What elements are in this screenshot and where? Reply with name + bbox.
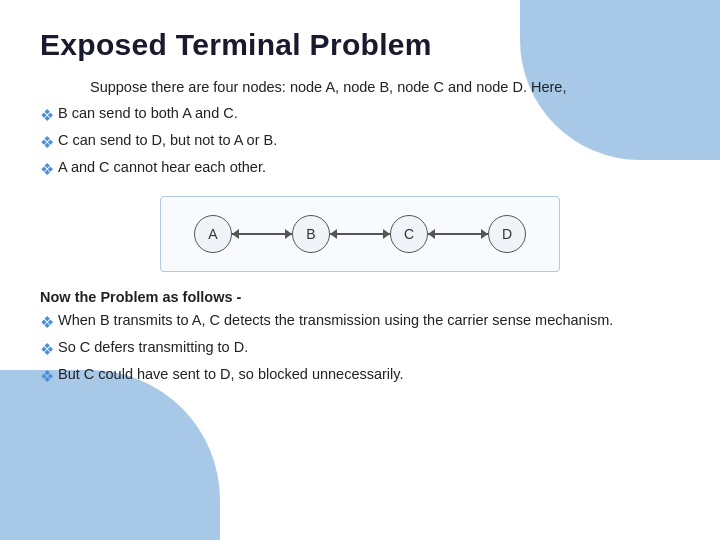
diamond-icon-6: ❖ <box>40 364 54 390</box>
bullet-item-5: ❖ So C defers transmitting to D. <box>40 336 680 363</box>
bullet-text-2: C can send to D, but not to A or B. <box>58 129 277 152</box>
bullet-item-3: ❖ A and C cannot hear each other. <box>40 156 680 183</box>
bullet-text-5: So C defers transmitting to D. <box>58 336 248 359</box>
diamond-icon-4: ❖ <box>40 310 54 336</box>
diamond-icon-3: ❖ <box>40 157 54 183</box>
node-a: A <box>194 215 232 253</box>
arrow-cd <box>428 226 488 242</box>
diamond-icon-2: ❖ <box>40 130 54 156</box>
diamond-icon-5: ❖ <box>40 337 54 363</box>
bullet-item-1: ❖ B can send to both A and C. <box>40 102 680 129</box>
page-title: Exposed Terminal Problem <box>40 28 680 62</box>
bullet-list-top: ❖ B can send to both A and C. ❖ C can se… <box>40 102 680 182</box>
bullet-list-bottom: ❖ When B transmits to A, C detects the t… <box>40 309 680 389</box>
bullet-item-2: ❖ C can send to D, but not to A or B. <box>40 129 680 156</box>
node-c: C <box>390 215 428 253</box>
bullet-text-3: A and C cannot hear each other. <box>58 156 266 179</box>
arrow-bc <box>330 226 390 242</box>
diamond-icon-1: ❖ <box>40 103 54 129</box>
arrow-ab <box>232 226 292 242</box>
bullet-text-1: B can send to both A and C. <box>58 102 238 125</box>
now-heading: Now the Problem as follows - <box>40 286 680 309</box>
node-diagram: A B C D <box>160 196 560 272</box>
bullet-text-4: When B transmits to A, C detects the tra… <box>58 309 613 332</box>
node-d: D <box>488 215 526 253</box>
bullet-item-4: ❖ When B transmits to A, C detects the t… <box>40 309 680 336</box>
node-b: B <box>292 215 330 253</box>
bullet-item-6: ❖ But C could have sent to D, so blocked… <box>40 363 680 390</box>
intro-text: Suppose there are four nodes: node A, no… <box>40 76 680 98</box>
bullet-text-6: But C could have sent to D, so blocked u… <box>58 363 404 386</box>
